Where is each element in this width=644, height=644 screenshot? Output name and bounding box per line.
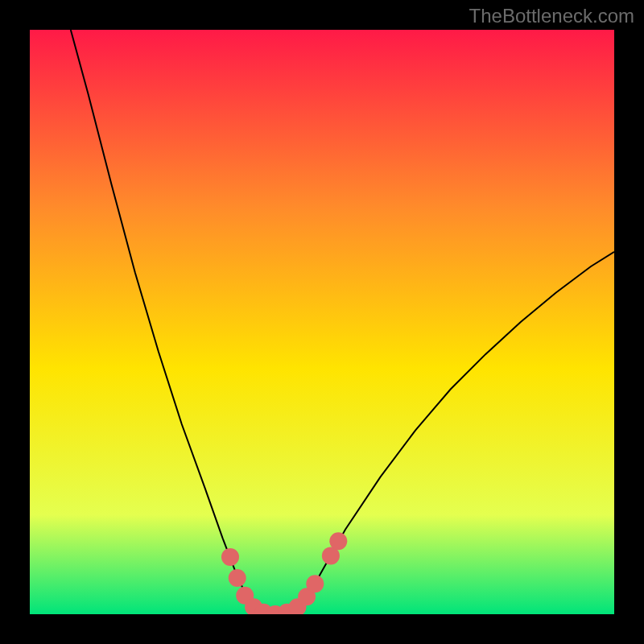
- watermark-text: TheBottleneck.com: [469, 5, 634, 27]
- highlight-marker: [221, 548, 239, 566]
- gradient-background: [30, 30, 614, 614]
- chart-frame: [30, 30, 614, 614]
- highlight-marker: [306, 575, 324, 592]
- bottleneck-chart: [30, 30, 614, 614]
- highlight-marker: [329, 532, 347, 550]
- highlight-marker: [229, 569, 246, 587]
